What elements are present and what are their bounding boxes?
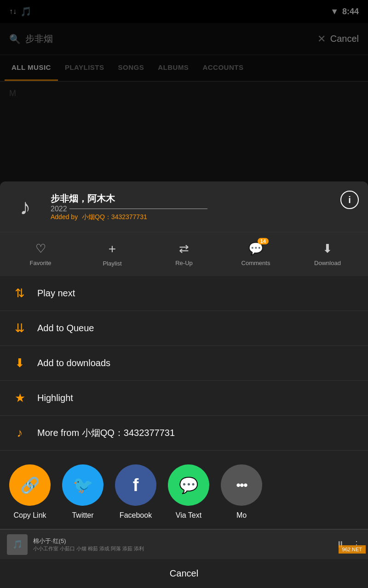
- share-row: 🔗 Copy Link 🐦 Twitter f Facebook 💬 Via T…: [0, 451, 368, 529]
- now-playing-title: 棉小于·红(5): [33, 537, 330, 545]
- copy-link-share[interactable]: 🔗 Copy Link: [9, 464, 51, 520]
- cancel-button[interactable]: Cancel: [170, 568, 198, 578]
- more-icon: •••: [236, 478, 247, 492]
- now-playing-info: 棉小于·红(5) 小小工作室 小茹口 小烟 棉茹 添或 阿落 添茹 添利: [33, 537, 330, 552]
- song-year: 2022: [51, 205, 67, 213]
- play-next-item[interactable]: ⇅ Play next: [0, 276, 368, 311]
- add-queue-item[interactable]: ⇊ Add to Queue: [0, 311, 368, 346]
- play-next-icon: ⇅: [12, 286, 28, 300]
- twitter-label: Twitter: [72, 511, 93, 520]
- download-button[interactable]: ⬇ Download: [309, 242, 346, 267]
- highlight-icon: ★: [12, 391, 28, 405]
- favorite-label: Favorite: [30, 260, 52, 266]
- now-playing-thumb-icon: 🎵: [12, 539, 23, 549]
- year-separator: [69, 209, 207, 209]
- watermark: 962.NET: [339, 545, 366, 554]
- more-from-item[interactable]: ♪ More from 小烟QQ：3432377731: [0, 416, 368, 451]
- play-next-label: Play next: [37, 288, 75, 299]
- twitter-icon: 🐦: [73, 475, 93, 495]
- now-playing-thumb: 🎵: [7, 534, 28, 555]
- playlist-button[interactable]: + Playlist: [94, 242, 131, 267]
- reup-icon: ⇄: [179, 242, 189, 256]
- copy-link-label: Copy Link: [13, 511, 46, 520]
- comments-label: Comments: [242, 260, 270, 266]
- highlight-label: Highlight: [37, 393, 73, 403]
- more-label: Mo: [236, 511, 247, 520]
- add-downloads-icon: ⬇: [12, 356, 28, 370]
- add-queue-label: Add to Queue: [37, 323, 94, 334]
- song-info: 步非烟，阿木木 2022 Added by 小烟QQ：3432377731: [51, 192, 359, 221]
- reup-label: Re-Up: [175, 260, 193, 266]
- add-downloads-label: Add to downloads: [37, 358, 110, 368]
- bottom-sheet: ♪ 步非烟，阿木木 2022 Added by 小烟QQ：3432377731 …: [0, 181, 368, 588]
- via-text-label: Via Text: [176, 511, 201, 520]
- favorite-button[interactable]: ♡ Favorite: [22, 242, 59, 267]
- via-text-share[interactable]: 💬 Via Text: [168, 464, 209, 520]
- more-circle: •••: [221, 464, 262, 506]
- comments-badge: 14: [258, 238, 269, 244]
- facebook-icon: f: [133, 475, 139, 495]
- facebook-circle: f: [115, 464, 156, 506]
- added-user-link[interactable]: 小烟QQ：3432377731: [82, 213, 147, 220]
- via-text-icon: 💬: [179, 476, 198, 494]
- facebook-share[interactable]: f Facebook: [115, 464, 156, 520]
- via-text-circle: 💬: [168, 464, 209, 506]
- add-queue-icon: ⇊: [12, 321, 28, 335]
- song-added-by: Added by 小烟QQ：3432377731: [51, 213, 359, 221]
- highlight-item[interactable]: ★ Highlight: [0, 381, 368, 416]
- info-button[interactable]: i: [340, 191, 359, 209]
- comment-wrapper: 💬 14: [248, 242, 263, 256]
- reup-button[interactable]: ⇄ Re-Up: [166, 242, 202, 267]
- action-buttons-row: ♡ Favorite + Playlist ⇄ Re-Up 💬 14 Comme…: [0, 232, 368, 276]
- more-from-icon: ♪: [12, 426, 28, 440]
- twitter-circle: 🐦: [62, 464, 104, 506]
- facebook-label: Facebook: [120, 511, 152, 520]
- song-thumbnail: ♪: [9, 191, 41, 223]
- copy-link-icon: 🔗: [20, 476, 40, 494]
- song-header: ♪ 步非烟，阿木木 2022 Added by 小烟QQ：3432377731 …: [0, 181, 368, 232]
- twitter-share[interactable]: 🐦 Twitter: [62, 464, 104, 520]
- download-label: Download: [314, 260, 341, 266]
- song-year-line: 2022: [51, 205, 359, 213]
- cancel-row[interactable]: Cancel: [0, 559, 368, 588]
- playlist-icon: +: [109, 242, 116, 256]
- playlist-label: Playlist: [103, 260, 121, 267]
- copy-link-circle: 🔗: [9, 464, 51, 506]
- song-title: 步非烟，阿木木: [51, 192, 359, 205]
- download-icon: ⬇: [322, 242, 333, 256]
- now-playing-subtitle: 小小工作室 小茹口 小烟 棉茹 添或 阿落 添茹 添利: [33, 545, 330, 552]
- more-share[interactable]: ••• Mo: [221, 464, 262, 520]
- add-downloads-item[interactable]: ⬇ Add to downloads: [0, 346, 368, 381]
- now-playing-bar: 🎵 棉小于·红(5) 小小工作室 小茹口 小烟 棉茹 添或 阿落 添茹 添利 ⏸…: [0, 529, 368, 559]
- more-from-label: More from 小烟QQ：3432377731: [37, 427, 175, 439]
- favorite-icon: ♡: [35, 242, 46, 256]
- music-note-icon: ♪: [20, 194, 31, 220]
- comments-button[interactable]: 💬 14 Comments: [237, 242, 274, 267]
